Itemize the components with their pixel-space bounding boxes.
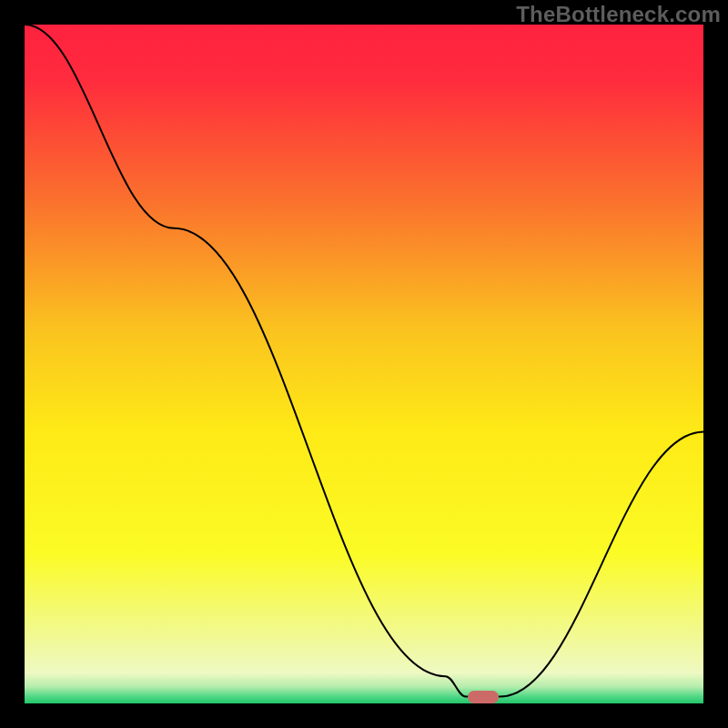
chart-frame: TheBottleneck.com	[0, 0, 728, 728]
svg-rect-0	[25, 25, 703, 703]
optimal-marker	[468, 691, 499, 703]
gradient-background	[25, 25, 703, 703]
watermark-text: TheBottleneck.com	[516, 2, 721, 27]
plot-area	[25, 25, 703, 703]
